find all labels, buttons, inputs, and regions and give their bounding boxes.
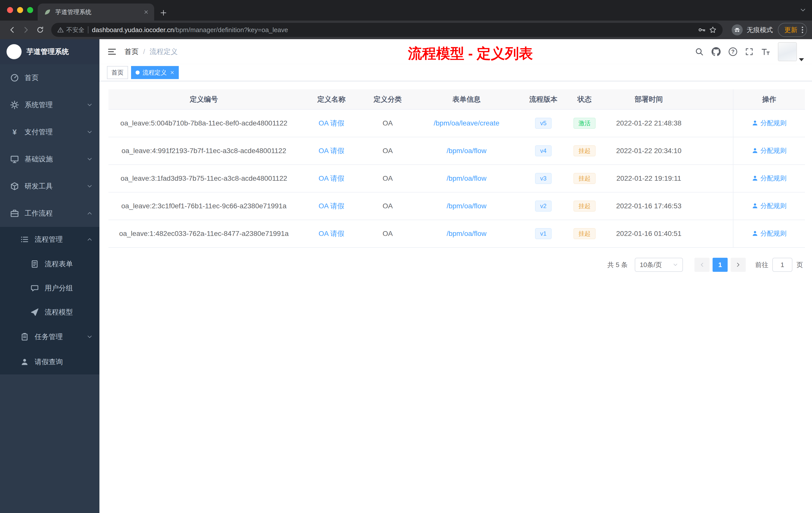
cube-icon xyxy=(10,182,19,190)
app-title: 芋道管理系统 xyxy=(27,47,69,57)
reload-icon[interactable] xyxy=(33,23,47,37)
assign-rule-link[interactable]: 分配规则 xyxy=(752,229,787,238)
filler-cell xyxy=(694,137,733,164)
assign-rule-link[interactable]: 分配规则 xyxy=(752,119,787,127)
sidebar-collapse-icon[interactable] xyxy=(108,47,116,56)
chat-bubble-icon xyxy=(30,284,39,292)
definition-name-link[interactable]: OA 请假 xyxy=(319,202,345,210)
sidebar-item-infrastructure[interactable]: 基础设施 xyxy=(0,146,99,173)
form-info-link[interactable]: /bpm/oa/flow xyxy=(447,175,487,182)
forward-icon[interactable] xyxy=(19,23,33,37)
minimize-window-button[interactable] xyxy=(17,7,23,13)
assign-rule-link[interactable]: 分配规则 xyxy=(752,202,787,210)
form-info-link[interactable]: /bpm/oa/flow xyxy=(447,202,487,210)
page-number-button[interactable]: 1 xyxy=(713,258,728,272)
incognito-indicator: 无痕模式 xyxy=(732,24,773,35)
definition-category: OA xyxy=(364,164,412,192)
browser-menu-kebab-icon[interactable] xyxy=(802,26,804,34)
status-badge: 激活 xyxy=(574,118,596,129)
tag-home[interactable]: 首页 xyxy=(107,66,128,79)
tag-close-icon[interactable] xyxy=(170,70,174,74)
url-text: dashboard.yudao.iocoder.cn/bpm/manager/d… xyxy=(92,26,695,34)
sidebar-item-home[interactable]: 首页 xyxy=(0,64,99,91)
goto-label: 前往 xyxy=(755,261,768,269)
browser-tab-strip: 芋道管理系统 xyxy=(0,0,812,21)
breadcrumb-home[interactable]: 首页 xyxy=(124,47,139,57)
form-info-link[interactable]: /bpm/oa/flow xyxy=(447,230,487,237)
definition-category: OA xyxy=(364,110,412,137)
user-avatar[interactable] xyxy=(778,42,804,61)
list-icon xyxy=(20,235,29,243)
window-controls xyxy=(7,7,33,13)
sidebar-item-task-mgmt[interactable]: 任务管理 xyxy=(0,324,99,350)
chevron-down-icon xyxy=(87,102,92,108)
url-bar[interactable]: 不安全 dashboard.yudao.iocoder.cn/bpm/manag… xyxy=(51,23,723,37)
document-icon xyxy=(30,260,39,268)
app-root: 芋道管理系统 首页 系统管理 ¥ 支付管 xyxy=(0,39,812,513)
form-info-link[interactable]: /bpm/oa/flow xyxy=(447,147,487,155)
user-icon xyxy=(752,231,758,236)
fullscreen-icon[interactable] xyxy=(745,48,753,56)
page-size-select[interactable]: 10条/页 xyxy=(635,258,683,272)
definition-name-link[interactable]: OA 请假 xyxy=(319,175,345,182)
status-badge: 挂起 xyxy=(574,201,596,212)
next-page-button[interactable] xyxy=(731,258,746,272)
tab-search-caret-icon[interactable] xyxy=(800,7,806,13)
font-size-icon[interactable] xyxy=(761,48,770,56)
form-info-link[interactable]: /bpm/oa/leave/create xyxy=(434,119,499,127)
chevron-down-icon xyxy=(87,129,92,135)
col-form-info: 表单信息 xyxy=(412,89,521,110)
assign-rule-link[interactable]: 分配规则 xyxy=(752,174,787,183)
sidebar-item-process-form[interactable]: 流程表单 xyxy=(0,252,99,276)
yen-icon: ¥ xyxy=(10,128,19,136)
sidebar-item-process-model[interactable]: 流程模型 xyxy=(0,300,99,324)
col-status: 状态 xyxy=(566,89,604,110)
github-icon[interactable] xyxy=(712,47,721,56)
version-badge: v3 xyxy=(535,173,551,184)
tab-close-icon[interactable] xyxy=(142,8,150,16)
sidebar-item-payment[interactable]: ¥ 支付管理 xyxy=(0,118,99,146)
browser-tab[interactable]: 芋道管理系统 xyxy=(38,3,154,21)
prev-page-button[interactable] xyxy=(695,258,709,272)
goto-page-input[interactable] xyxy=(772,258,792,272)
version-badge: v2 xyxy=(535,201,551,212)
table-row: oa_leave:3:1fad3d93-7b75-11ec-a3c8-acde4… xyxy=(109,164,805,192)
person-icon xyxy=(20,358,29,366)
bookmark-star-icon[interactable] xyxy=(709,26,717,34)
help-icon[interactable]: ? xyxy=(729,48,737,56)
tag-process-definition[interactable]: 流程定义 xyxy=(131,66,179,79)
sidebar-item-devtools[interactable]: 研发工具 xyxy=(0,173,99,200)
url-host: dashboard.yudao.iocoder.cn xyxy=(92,26,174,34)
app-logo[interactable]: 芋道管理系统 xyxy=(0,39,99,64)
definition-name-link[interactable]: OA 请假 xyxy=(319,147,345,155)
chevron-up-icon xyxy=(87,237,92,242)
definition-id: oa_leave:4:991f2193-7b7f-11ec-a3c8-acde4… xyxy=(109,137,299,164)
omnibox-separator xyxy=(88,26,88,33)
definition-category: OA xyxy=(364,137,412,164)
sidebar-item-user-group[interactable]: 用户分组 xyxy=(0,276,99,300)
status-badge: 挂起 xyxy=(574,228,596,239)
sidebar-item-leave-query[interactable]: 请假查询 xyxy=(0,350,99,374)
new-tab-button[interactable] xyxy=(160,9,167,16)
close-window-button[interactable] xyxy=(7,7,13,13)
password-key-icon[interactable] xyxy=(698,26,705,34)
table-row: oa_leave:4:991f2193-7b7f-11ec-a3c8-acde4… xyxy=(109,137,805,164)
search-icon[interactable] xyxy=(695,48,703,56)
assign-rule-link[interactable]: 分配规则 xyxy=(752,146,787,155)
site-favicon-icon xyxy=(44,8,51,16)
definition-id: oa_leave:1:482ec033-762a-11ec-8477-a2380… xyxy=(109,220,299,247)
sidebar-item-workflow[interactable]: 工作流程 xyxy=(0,200,99,227)
back-icon[interactable] xyxy=(5,23,19,37)
security-warning[interactable]: 不安全 xyxy=(57,26,84,34)
chevron-down-icon xyxy=(87,334,92,339)
sidebar-item-process-mgmt[interactable]: 流程管理 xyxy=(0,227,99,252)
incognito-label: 无痕模式 xyxy=(747,26,773,34)
zoom-window-button[interactable] xyxy=(27,7,33,13)
definition-id: oa_leave:5:004b710b-7b8a-11ec-8ef0-acde4… xyxy=(109,110,299,137)
definition-name-link[interactable]: OA 请假 xyxy=(319,119,345,127)
update-chip[interactable]: 更新 xyxy=(778,23,807,37)
definition-name-link[interactable]: OA 请假 xyxy=(319,230,345,237)
sidebar-item-system[interactable]: 系统管理 xyxy=(0,91,99,118)
workflow-submenu: 流程管理 流程表单 用户分组 xyxy=(0,227,99,374)
col-definition-category: 定义分类 xyxy=(364,89,412,110)
